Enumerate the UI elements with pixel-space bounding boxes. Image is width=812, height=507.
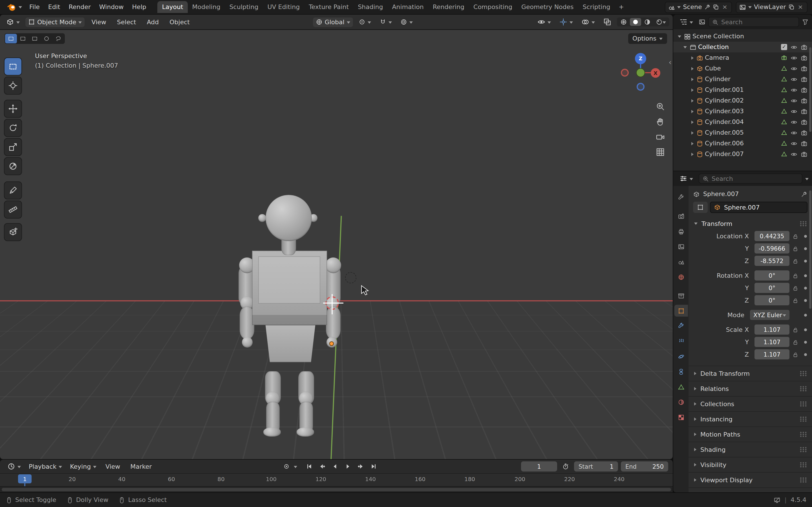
start-frame-field[interactable]: Start1 (574, 461, 618, 471)
hide-eye-icon[interactable] (791, 129, 797, 136)
end-frame-field[interactable]: End250 (621, 461, 668, 471)
expander-icon[interactable] (691, 77, 694, 81)
overlays-toggle[interactable] (578, 17, 598, 27)
scale-z-field[interactable]: 1.107 (755, 349, 790, 359)
menu-select[interactable]: Select (113, 17, 140, 27)
viewlayer-properties-tab[interactable] (674, 240, 688, 252)
tab-scripting[interactable]: Scripting (578, 1, 615, 13)
select-subtract-mode-button[interactable] (29, 34, 41, 43)
timeline-ruler[interactable]: 20 40 60 80 100 120 140 160 180 200 220 … (0, 473, 673, 492)
current-frame-marker[interactable]: 1 (18, 474, 32, 483)
expander-icon[interactable] (691, 88, 694, 92)
prev-keyframe-button[interactable] (316, 461, 327, 471)
disable-render-icon[interactable] (801, 44, 808, 50)
animate-dot[interactable] (801, 247, 810, 250)
animate-dot[interactable] (801, 260, 810, 262)
expander-icon[interactable] (691, 56, 694, 59)
row-collection[interactable]: Collection ✓ (673, 42, 812, 52)
auto-keying-button[interactable] (281, 461, 292, 471)
tab-rendering[interactable]: Rendering (428, 1, 469, 13)
pin-id-icon[interactable] (801, 191, 808, 198)
outliner-search[interactable] (708, 17, 799, 27)
modifier-properties-tab[interactable] (674, 320, 688, 332)
shading-rendered-button[interactable] (654, 18, 668, 26)
select-set-mode-button[interactable] (5, 34, 17, 43)
disable-render-icon[interactable] (801, 151, 808, 158)
pin-icon[interactable] (704, 4, 711, 10)
disable-render-icon[interactable] (801, 76, 808, 82)
menu-file[interactable]: File (26, 2, 44, 12)
location-x-field[interactable]: 0.44235 (755, 231, 790, 241)
select-intersect-mode-button[interactable] (52, 34, 64, 43)
pivot-dropdown[interactable] (356, 17, 374, 26)
shading-wireframe-button[interactable] (618, 18, 629, 26)
mode-dropdown[interactable]: Object Mode (26, 17, 85, 27)
constraint-properties-tab[interactable] (674, 365, 688, 378)
remove-viewlayer-icon[interactable]: × (797, 3, 804, 11)
display-mode-icon[interactable] (699, 18, 705, 25)
gizmo-negative-x-ball[interactable] (621, 69, 629, 76)
outliner-scrollbar[interactable] (809, 47, 811, 132)
menu-add[interactable]: Add (143, 17, 163, 27)
zoom-icon[interactable] (656, 102, 665, 111)
snap-toggle[interactable] (377, 17, 395, 26)
scale-y-field[interactable]: 1.107 (755, 337, 790, 347)
tool-properties-tab[interactable] (674, 191, 688, 203)
tool-options-dropdown[interactable]: Options (628, 33, 667, 44)
expander-open-icon[interactable] (683, 46, 687, 48)
tab-compositing[interactable]: Compositing (469, 1, 517, 13)
expander-open-icon[interactable] (678, 35, 681, 38)
jump-to-end-button[interactable] (368, 461, 379, 471)
panel-grip-icon[interactable] (800, 416, 808, 422)
disable-render-icon[interactable] (801, 108, 808, 115)
network-offline-icon[interactable] (774, 497, 781, 503)
expander-icon[interactable] (691, 152, 694, 156)
panel-grip-icon[interactable] (800, 447, 808, 452)
lock-icon[interactable] (790, 351, 801, 357)
panel-grip-icon[interactable] (800, 477, 808, 483)
menu-help[interactable]: Help (128, 2, 150, 12)
animate-dot[interactable] (801, 353, 810, 356)
panel-grip-icon[interactable] (800, 432, 808, 437)
panel-grip-icon[interactable] (800, 221, 808, 226)
next-keyframe-button[interactable] (355, 461, 366, 471)
render-properties-tab[interactable] (674, 210, 688, 222)
expander-icon[interactable] (691, 110, 694, 113)
row-cube[interactable]: Cube (673, 63, 812, 74)
object-type-button[interactable] (693, 202, 708, 213)
unlink-scene-icon[interactable]: × (721, 3, 728, 11)
disable-render-icon[interactable] (801, 97, 808, 104)
texture-properties-tab[interactable] (674, 411, 688, 423)
disable-render-icon[interactable] (801, 87, 808, 93)
tab-shading[interactable]: Shading (353, 1, 388, 13)
panel-grip-icon[interactable] (800, 371, 808, 376)
gizmos-toggle[interactable] (557, 17, 576, 27)
menu-edit[interactable]: Edit (44, 2, 64, 12)
animate-dot[interactable] (801, 235, 810, 237)
lock-icon[interactable] (790, 258, 801, 264)
add-workspace-button[interactable]: + (615, 2, 627, 12)
scene-selector[interactable]: Scene × (665, 1, 732, 13)
shading-material-button[interactable] (642, 18, 653, 26)
scale-x-field[interactable]: 1.107 (755, 325, 790, 335)
gizmo-x-ball[interactable]: X (651, 68, 660, 78)
orientation-dropdown[interactable]: Global (313, 17, 353, 27)
properties-search-input[interactable] (712, 175, 799, 182)
region-collapse-icon[interactable]: ‹ (669, 58, 672, 66)
tool-move[interactable] (4, 100, 21, 117)
hide-eye-icon[interactable] (791, 119, 797, 125)
disable-render-icon[interactable] (801, 119, 808, 125)
properties-editor-type-button[interactable] (677, 173, 696, 184)
playback-menu[interactable]: Playback (26, 462, 65, 471)
app-menu-button[interactable] (4, 1, 25, 13)
timeline-scrollbar[interactable] (2, 488, 671, 491)
orthographic-grid-icon[interactable] (656, 148, 665, 157)
object-origin-dot[interactable] (329, 341, 334, 346)
new-viewlayer-icon[interactable] (788, 4, 795, 10)
hide-eye-icon[interactable] (791, 97, 797, 104)
properties-scrollbar[interactable] (809, 190, 811, 309)
row-cylinder-003[interactable]: Cylinder.003 (673, 106, 812, 117)
rotation-y-field[interactable]: 0° (755, 283, 790, 293)
navigation-gizmo[interactable]: Z X (621, 53, 660, 93)
show-object-types-dropdown[interactable] (535, 17, 554, 27)
